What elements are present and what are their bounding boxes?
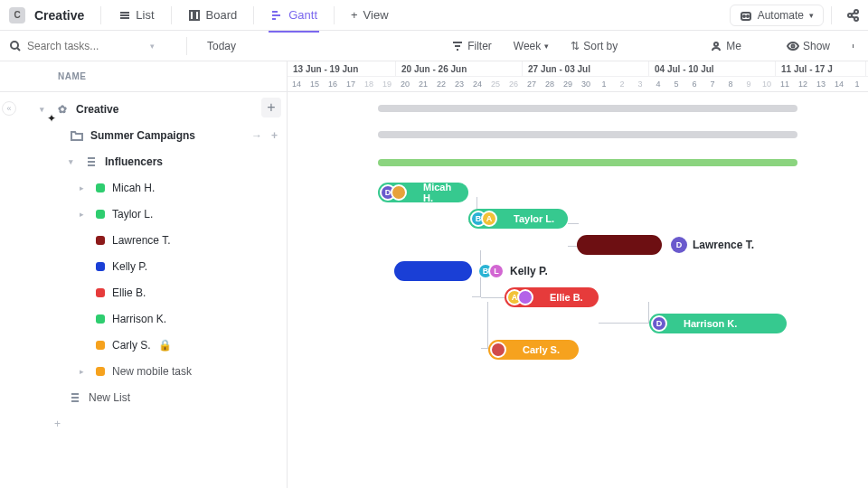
view-list[interactable]: List — [108, 3, 163, 27]
day-header: 21 — [414, 77, 432, 91]
gantt-bar-list[interactable] — [378, 159, 797, 166]
task-row[interactable]: ▸ Carly S. 🔒 — [0, 332, 287, 358]
share-icon[interactable] — [846, 9, 859, 22]
gantt-icon — [270, 9, 283, 22]
reschedule-icon[interactable] — [634, 40, 646, 52]
gantt-task-bar[interactable]: BA Taylor L. — [468, 209, 568, 229]
day-header: 30 — [577, 77, 595, 91]
day-header: 8 — [722, 77, 740, 91]
day-header: 7 — [703, 77, 722, 91]
filter-button[interactable]: Filter — [446, 36, 497, 56]
view-gantt[interactable]: Gantt — [261, 3, 326, 27]
person-icon — [710, 40, 722, 52]
filter-icon — [451, 40, 464, 52]
task-row[interactable]: ▸ Lawrence T. — [0, 227, 287, 253]
svg-rect-1 — [195, 11, 199, 20]
gantt-task-label: Harrison K. — [684, 318, 737, 329]
task-row[interactable]: ▸ Harrison K. — [0, 305, 287, 332]
task-row[interactable]: ▸ Taylor L. — [0, 201, 287, 227]
gantt-task-bar[interactable] — [577, 235, 662, 255]
gantt-task-bar[interactable]: A Ellie B. — [505, 287, 599, 307]
list-row[interactable]: ▾ Influencers — [0, 148, 287, 174]
add-view-button[interactable]: + View — [342, 3, 398, 27]
day-header: 14 — [288, 77, 306, 91]
gantt-task-bar[interactable]: D Micah H. — [378, 183, 468, 202]
search-input-wrapper[interactable]: ▾ — [9, 40, 172, 52]
gantt-task-label[interactable]: DLawrence T. — [671, 237, 754, 253]
day-header: 13 — [812, 77, 830, 91]
download-icon[interactable] — [681, 40, 693, 52]
chevron-down-icon: ▾ — [544, 42, 549, 51]
assignee-avatars[interactable]: D — [651, 315, 667, 332]
task-row[interactable]: ▸ Micah H. — [0, 174, 287, 201]
sortby-button[interactable]: ⇅ Sort by — [565, 36, 623, 56]
collapse-sidebar-button[interactable]: « — [2, 101, 16, 116]
svg-point-3 — [743, 15, 745, 17]
day-header: 2 — [613, 77, 631, 91]
folder-icon — [71, 129, 83, 142]
status-square — [96, 288, 105, 297]
assignee-avatars[interactable]: A — [506, 289, 533, 305]
column-name-header: NAME — [0, 61, 287, 92]
chevron-right-icon[interactable]: ▸ — [80, 367, 89, 376]
new-list-row[interactable]: New List — [0, 384, 287, 410]
svg-point-4 — [747, 15, 749, 17]
gantt-task-bar[interactable]: D Harrison K. — [649, 314, 787, 333]
svg-rect-0 — [190, 11, 193, 20]
day-header: 26 — [505, 77, 523, 91]
me-mode-button[interactable]: Me — [704, 36, 747, 56]
space-title[interactable]: Creative — [34, 8, 84, 23]
folder-row[interactable]: ▾ Summer Campaigns → + — [0, 122, 287, 148]
search-input[interactable] — [27, 40, 145, 52]
day-header: 25 — [486, 77, 505, 91]
assignees-icon[interactable] — [758, 40, 770, 52]
gantt-task-label[interactable]: BLKelly P. — [477, 263, 548, 279]
task-name: Micah H. — [112, 182, 155, 194]
task-row[interactable]: ▸ Ellie B. — [0, 279, 287, 305]
gantt-task-bar[interactable]: Carly S. — [488, 340, 579, 360]
assignee-avatars[interactable]: D — [380, 184, 407, 201]
zoom-select[interactable]: Week ▾ — [508, 36, 554, 56]
task-name: Ellie B. — [112, 286, 146, 299]
task-name: Lawrence T. — [112, 234, 170, 247]
show-button[interactable]: Show — [781, 36, 835, 56]
week-header: 11 Jul - 17 J — [776, 61, 866, 76]
add-column-button[interactable]: + — [261, 98, 281, 117]
assignee-avatars[interactable]: BA — [470, 211, 497, 227]
day-header: 27 — [523, 77, 541, 91]
chevron-down-icon[interactable]: ▾ — [69, 157, 78, 166]
view-board[interactable]: Board — [179, 3, 247, 27]
status-square — [96, 210, 105, 219]
chevron-right-icon[interactable]: ▸ — [80, 183, 89, 192]
gantt-bar-space[interactable] — [378, 105, 797, 112]
new-task-row[interactable]: ▸ New mobile task — [0, 358, 287, 384]
add-row[interactable]: + — [0, 410, 287, 436]
status-square — [96, 314, 105, 324]
day-header: 1 — [848, 77, 866, 91]
chevron-down-icon[interactable]: ▾ — [150, 42, 155, 51]
day-header: 23 — [450, 77, 468, 91]
color-icon[interactable] — [657, 40, 670, 52]
fullscreen-icon[interactable] — [846, 40, 859, 52]
automate-button[interactable]: Automate ▾ — [730, 5, 824, 26]
day-header: 22 — [432, 77, 450, 91]
day-header: 24 — [468, 77, 486, 91]
task-row[interactable]: ▸ Kelly P. — [0, 253, 287, 279]
space-icon[interactable]: C — [9, 7, 25, 23]
day-header: 12 — [794, 77, 812, 91]
task-name: Taylor L. — [112, 208, 153, 221]
task-name: Kelly P. — [112, 260, 147, 273]
status-square — [96, 236, 105, 245]
space-row[interactable]: ▾ ✿ Creative — [0, 96, 287, 122]
plus-icon[interactable]: + — [271, 129, 278, 142]
cursor-icon: ✦ — [47, 112, 56, 125]
svg-point-9 — [665, 45, 670, 52]
chevron-right-icon[interactable]: ▸ — [80, 210, 89, 219]
arrow-right-icon[interactable]: → — [251, 129, 262, 142]
svg-point-8 — [11, 42, 18, 49]
today-button[interactable]: Today — [202, 36, 241, 56]
day-header: 5 — [667, 77, 685, 91]
gantt-bar-folder[interactable] — [378, 131, 797, 138]
assignee-avatars[interactable] — [490, 342, 506, 358]
gantt-task-bar[interactable] — [394, 261, 472, 281]
